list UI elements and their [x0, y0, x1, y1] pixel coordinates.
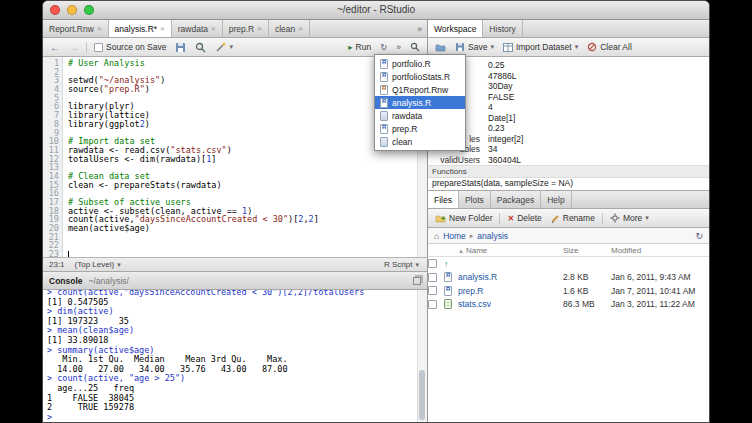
source-on-save-checkbox[interactable]: Source on Save: [92, 41, 168, 53]
zoom-button[interactable]: [84, 5, 94, 15]
code-line[interactable]: totalUsers <- dim(rawdata)[1]: [68, 155, 427, 164]
scope-selector[interactable]: (Top Level) ▾: [73, 259, 123, 270]
tab-prep-r[interactable]: prep.R×: [223, 20, 269, 37]
run-button[interactable]: ▸ Run: [346, 41, 373, 53]
doc-type-selector[interactable]: R Script ▾: [382, 259, 421, 270]
workspace-row[interactable]: FALSE: [428, 92, 709, 103]
code-line[interactable]: clean <- prepareStats(rawdata): [68, 181, 427, 190]
breadcrumb-current[interactable]: analysis: [477, 231, 508, 241]
close-tab-icon[interactable]: ×: [211, 24, 216, 33]
popup-item-q1report-rnw[interactable]: Q1Report.Rnw: [375, 83, 465, 96]
doc-type-label: R Script: [384, 260, 412, 269]
workspace-row[interactable]: validUsers360404L: [428, 155, 709, 166]
close-tab-icon[interactable]: ×: [257, 24, 262, 33]
search-tabs-button[interactable]: [408, 41, 422, 53]
save-workspace-button[interactable]: Save ▾: [453, 41, 496, 53]
up-directory-icon[interactable]: ↑: [444, 259, 458, 269]
close-tab-icon[interactable]: ×: [298, 24, 303, 33]
file-name[interactable]: prep.R: [458, 286, 563, 296]
breadcrumb-home[interactable]: Home: [443, 231, 466, 241]
popup-item-rawdata[interactable]: rawdata: [375, 109, 465, 122]
file-name[interactable]: analysis.R: [458, 272, 563, 282]
file-row[interactable]: stats.csv86.3 MBJan 3, 2011, 11:22 AM: [428, 298, 709, 312]
save-button[interactable]: [173, 41, 188, 54]
tab-overflow-button[interactable]: »: [412, 20, 427, 37]
right-column: WorkspaceHistory Save ▾ Import Dataset ▾: [428, 20, 709, 423]
popup-item-portfoliostats-r[interactable]: portfolioStats.R: [375, 70, 465, 83]
tab-clean[interactable]: clean×: [269, 20, 310, 37]
workspace-tabbar: WorkspaceHistory: [428, 20, 709, 38]
rename-button[interactable]: Rename: [549, 212, 597, 224]
code-line[interactable]: [68, 250, 427, 257]
workspace-row[interactable]: 30Day: [428, 81, 709, 92]
code-line[interactable]: mean(active$age): [68, 224, 427, 233]
delete-button[interactable]: ✕ Delete: [505, 212, 543, 224]
col-size[interactable]: Size: [563, 246, 611, 255]
tab-packages[interactable]: Packages: [491, 191, 541, 208]
code-editor[interactable]: 1234567891011121314151617181920212223 # …: [43, 57, 427, 257]
tab-history[interactable]: History: [483, 20, 522, 37]
function-entry[interactable]: prepareStats(data, sampleSize = NA): [428, 178, 709, 189]
forward-button[interactable]: →: [67, 41, 81, 54]
col-modified[interactable]: Modified: [611, 246, 709, 255]
refresh-icon[interactable]: ↻: [695, 231, 703, 241]
row-checkbox[interactable]: [428, 259, 437, 268]
row-checkbox[interactable]: [428, 286, 437, 295]
popup-item-portfolio-r[interactable]: portfolio.R: [375, 57, 465, 70]
row-checkbox[interactable]: [428, 273, 437, 282]
code-tools-button[interactable]: ▾: [213, 41, 235, 54]
tab-files[interactable]: Files: [428, 191, 459, 208]
scrollbar-thumb[interactable]: [419, 370, 425, 420]
tab-label: Report.Rnw: [49, 24, 94, 34]
code-line[interactable]: [68, 233, 427, 242]
workspace-row[interactable]: lesinteger[2]: [428, 134, 709, 145]
popup-item-prep-r[interactable]: prep.R: [375, 122, 465, 135]
tab-rawdata[interactable]: rawdata×: [172, 20, 223, 37]
rerun-button[interactable]: ↻: [378, 41, 389, 53]
clear-all-button[interactable]: Clear All: [585, 41, 634, 53]
code-line[interactable]: [68, 241, 427, 250]
console-header[interactable]: Console ~/analysis/: [43, 271, 427, 290]
close-tab-icon[interactable]: ×: [160, 24, 165, 33]
col-name[interactable]: ▲Name: [458, 246, 563, 255]
workspace-row[interactable]: 0.25: [428, 60, 709, 71]
code-area[interactable]: # User Analysissetwd("~/analysis")source…: [63, 57, 427, 257]
import-dataset-button[interactable]: Import Dataset ▾: [501, 41, 580, 53]
close-tab-icon[interactable]: ×: [97, 24, 102, 33]
workspace-row[interactable]: Date[1]: [428, 113, 709, 124]
tab-help[interactable]: Help: [541, 191, 571, 208]
workspace-row[interactable]: 0.23: [428, 123, 709, 134]
window-title: ~/editor - RStudio: [43, 1, 709, 19]
source-menu-button[interactable]: »: [394, 41, 403, 53]
maximize-pane-icon[interactable]: [413, 277, 421, 285]
row-checkbox[interactable]: [428, 300, 437, 309]
popup-item-label: portfolio.R: [392, 59, 431, 69]
save-icon: [455, 42, 465, 52]
close-button[interactable]: [50, 5, 60, 15]
workspace-row[interactable]: 47886L: [428, 71, 709, 82]
file-name[interactable]: stats.csv: [458, 299, 563, 309]
popup-item-clean[interactable]: clean: [375, 135, 465, 148]
console-scrollbar[interactable]: [417, 290, 427, 423]
console-pane[interactable]: > count(active,"daysSinceAccountCreated …: [43, 290, 427, 423]
load-workspace-button[interactable]: [433, 41, 448, 53]
file-row[interactable]: ↑: [428, 257, 709, 271]
tab-plots[interactable]: Plots: [459, 191, 491, 208]
find-button[interactable]: [193, 41, 208, 54]
tab-label: History: [489, 24, 515, 34]
tab-report-rnw[interactable]: Report.Rnw×: [43, 20, 109, 37]
back-button[interactable]: ←: [48, 41, 62, 54]
minimize-button[interactable]: [67, 5, 77, 15]
chevron-down-icon: ▾: [490, 43, 494, 51]
popup-item-analysis-r[interactable]: analysis.R: [375, 96, 465, 109]
workspace-row[interactable]: ables34: [428, 144, 709, 155]
file-row[interactable]: analysis.R2.8 KBJan 6, 2011, 9:43 AM: [428, 271, 709, 285]
new-folder-button[interactable]: + New Folder: [433, 212, 494, 224]
tab-workspace[interactable]: Workspace: [428, 20, 483, 37]
file-size: 2.8 KB: [563, 272, 611, 282]
titlebar[interactable]: ~/editor - RStudio: [43, 1, 709, 20]
file-row[interactable]: prep.R1.6 KBJan 7, 2011, 10:41 AM: [428, 284, 709, 298]
tab-analysis-r[interactable]: analysis.R*×: [109, 20, 172, 37]
workspace-row[interactable]: 4: [428, 102, 709, 113]
more-button[interactable]: More ▾: [608, 212, 651, 224]
